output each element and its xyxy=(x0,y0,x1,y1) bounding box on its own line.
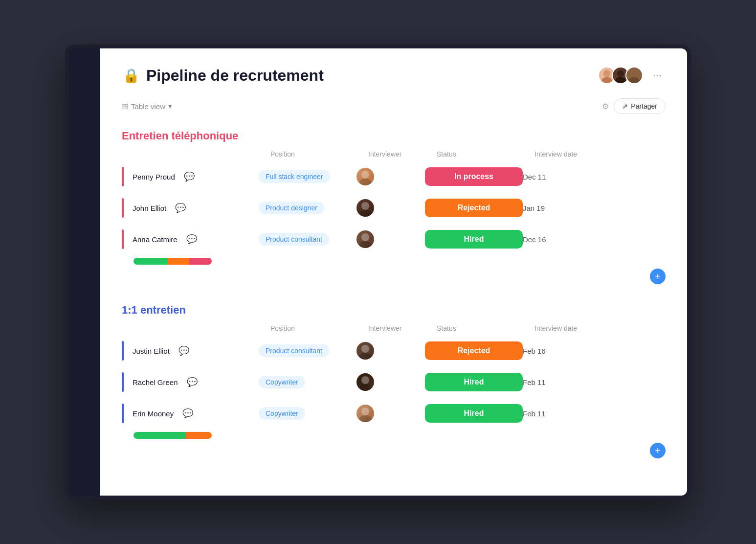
table-view-icon: ⊞ xyxy=(122,102,128,111)
interviewer-avatar xyxy=(356,342,374,360)
section-title: 1:1 entretien xyxy=(122,304,186,317)
filter-icon[interactable]: ⚙ xyxy=(602,102,609,111)
status-badge: Hired xyxy=(425,404,523,423)
comment-icon[interactable]: 💬 xyxy=(184,171,195,182)
position-tag: Full stack engineer xyxy=(259,170,330,183)
col-name xyxy=(133,150,270,158)
svg-point-3 xyxy=(615,77,625,84)
add-row-button[interactable]: + xyxy=(650,443,666,458)
col-status: Status xyxy=(437,150,534,158)
row-accent-border xyxy=(122,198,124,218)
progress-segment xyxy=(167,258,190,265)
position-tag: Product consultant xyxy=(259,344,329,357)
section-one-on-one: 1:1 entretien Position Interviewer Statu… xyxy=(122,304,666,458)
table-columns-header: Position Interviewer Status Interview da… xyxy=(122,150,666,162)
status-badge: Rejected xyxy=(425,341,523,360)
position-tag: Copywriter xyxy=(259,407,305,420)
interview-date: Feb 16 xyxy=(523,347,611,355)
lock-icon-wrap: 🔒 xyxy=(122,66,140,85)
status-cell: Rejected xyxy=(425,341,523,360)
share-button[interactable]: ⇗ Partager xyxy=(614,98,666,114)
row-accent-border xyxy=(122,341,124,361)
svg-point-13 xyxy=(359,353,371,360)
interviewer-cell xyxy=(356,342,425,360)
table-row: John Elliot 💬 Product designer Reject xyxy=(122,193,666,223)
status-badge: In process xyxy=(425,167,523,186)
add-row-button[interactable]: + xyxy=(650,269,666,284)
toolbar-right: ⚙ ⇗ Partager xyxy=(602,98,666,114)
interviewer-cell xyxy=(356,405,425,422)
interview-date: Dec 11 xyxy=(523,173,611,181)
progress-segment xyxy=(186,432,212,439)
more-options-button[interactable]: ··· xyxy=(649,67,666,84)
candidate-name-cell: Anna Catmire 💬 xyxy=(122,225,259,254)
main-content: 🔒 Pipeline de recrutement ··· xyxy=(100,48,687,496)
table-row: Justin Elliot 💬 Product consultant Re xyxy=(122,336,666,365)
svg-point-9 xyxy=(359,210,371,217)
interviewer-avatar xyxy=(356,168,374,185)
svg-point-4 xyxy=(631,70,638,77)
interviewer-cell xyxy=(356,168,425,185)
svg-point-6 xyxy=(361,171,369,179)
interviewer-cell xyxy=(356,373,425,391)
interviewer-cell xyxy=(356,199,425,217)
candidate-name-cell: Erin Mooney 💬 xyxy=(122,399,259,428)
table-row: Penny Proud 💬 Full stack engineer In xyxy=(122,162,666,191)
comment-icon[interactable]: 💬 xyxy=(175,203,186,213)
progress-segment xyxy=(189,258,212,265)
position-tag: Product consultant xyxy=(259,233,329,246)
section-telephone: Entretien téléphonique Position Intervie… xyxy=(122,130,666,284)
position-cell: Copywriter xyxy=(259,407,356,420)
candidate-name-cell: John Elliot 💬 xyxy=(122,193,259,223)
position-cell: Product consultant xyxy=(259,344,356,357)
svg-point-14 xyxy=(361,376,369,384)
section-title: Entretien téléphonique xyxy=(122,130,238,142)
avatar-3 xyxy=(625,67,643,84)
page-header: 🔒 Pipeline de recrutement ··· xyxy=(122,66,666,85)
col-interviewer: Interviewer xyxy=(368,150,437,158)
table-wrap: Position Interviewer Status Interview da… xyxy=(122,150,666,265)
interviewer-cell xyxy=(356,230,425,248)
share-icon: ⇗ xyxy=(622,102,628,110)
col-date: Interview date xyxy=(534,324,623,332)
status-cell: Rejected xyxy=(425,199,523,217)
table-row: Rachel Green 💬 Copywriter Hired xyxy=(122,367,666,397)
interview-date: Jan 19 xyxy=(523,204,611,212)
table-wrap: Position Interviewer Status Interview da… xyxy=(122,324,666,439)
comment-icon[interactable]: 💬 xyxy=(187,377,198,387)
comment-icon[interactable]: 💬 xyxy=(182,408,193,419)
svg-point-11 xyxy=(359,241,371,248)
comment-icon[interactable]: 💬 xyxy=(186,234,197,245)
table-columns-header: Position Interviewer Status Interview da… xyxy=(122,324,666,336)
lock-icon: 🔒 xyxy=(123,68,140,84)
col-position: Position xyxy=(270,324,368,332)
comment-icon[interactable]: 💬 xyxy=(178,345,189,356)
position-cell: Full stack engineer xyxy=(259,170,356,183)
interviewer-avatar xyxy=(356,199,374,217)
candidate-name: John Elliot xyxy=(133,204,166,212)
chevron-down-icon: ▾ xyxy=(168,102,172,111)
position-tag: Copywriter xyxy=(259,376,305,388)
svg-point-10 xyxy=(361,233,369,241)
interviewer-avatar xyxy=(356,405,374,422)
row-accent-border xyxy=(122,372,124,392)
row-accent-border xyxy=(122,404,124,423)
title-group: 🔒 Pipeline de recrutement xyxy=(122,66,324,85)
view-label: Table view xyxy=(131,102,165,111)
interviewer-avatar xyxy=(356,373,374,391)
col-name xyxy=(133,324,270,332)
candidate-name-cell: Justin Elliot 💬 xyxy=(122,336,259,365)
svg-point-7 xyxy=(359,179,371,185)
col-interviewer: Interviewer xyxy=(368,324,437,332)
interviewer-avatar xyxy=(356,230,374,248)
view-toggle[interactable]: ⊞ Table view ▾ xyxy=(122,102,172,111)
row-accent-border xyxy=(122,229,124,249)
app-window: 🔒 Pipeline de recrutement ··· xyxy=(65,45,691,499)
interview-date: Feb 11 xyxy=(523,409,611,418)
page-title: Pipeline de recrutement xyxy=(146,67,324,85)
section-header: 1:1 entretien xyxy=(122,304,666,317)
sections-container: Entretien téléphonique Position Intervie… xyxy=(122,130,666,458)
col-position: Position xyxy=(270,150,368,158)
progress-segment xyxy=(133,432,186,439)
candidate-name: Erin Mooney xyxy=(133,409,174,418)
